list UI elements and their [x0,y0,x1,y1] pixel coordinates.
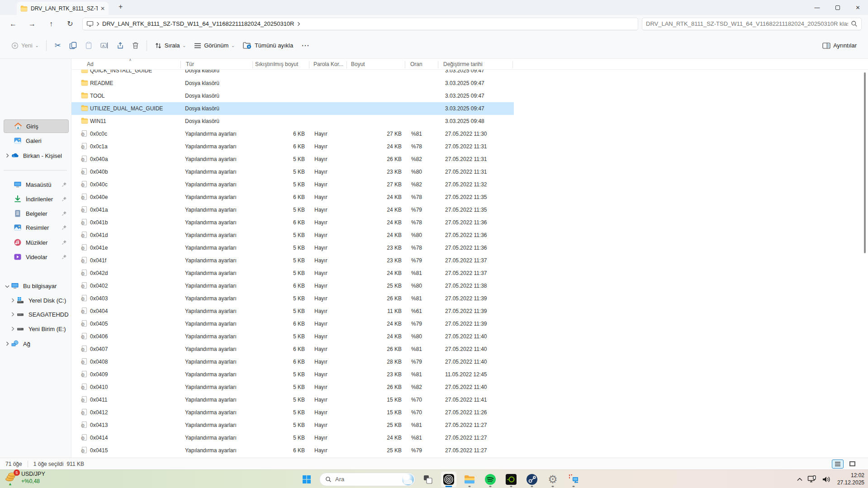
table-row[interactable]: ⚙ 0x041e Yapılandırma ayarları 5 KB Hayı… [71,242,868,254]
chevron-right-icon[interactable] [4,341,11,347]
column-resize-handle[interactable] [405,61,405,68]
column-header-password[interactable]: Parola Kor... [313,61,343,67]
table-row[interactable]: ⚙ 0x0c1a Yapılandırma ayarları 6 KB Hayı… [71,140,868,153]
search-icon[interactable] [851,20,858,27]
more-options-button[interactable]: ⋯ [297,38,313,54]
chevron-down-icon[interactable] [4,283,11,289]
details-view-toggle[interactable] [832,460,844,469]
breadcrumb-path[interactable]: DRV_LAN_RTK_8111_SZ-TSD_W11_64_V11682211… [102,20,294,27]
device-tool-button[interactable] [565,471,582,488]
refresh-button[interactable]: ↻ [62,18,78,30]
column-resize-handle[interactable] [309,61,309,68]
table-row[interactable]: ⚙ 0x0402 Yapılandırma ayarları 6 KB Hayı… [71,280,868,292]
column-header-type[interactable]: Tür [186,61,194,67]
table-row[interactable]: ⚙ 0x0409 Yapılandırma ayarları 5 KB Hayı… [71,368,868,381]
sidebar-item-local-disk-c[interactable]: Yerel Disk (C:) [9,294,69,307]
extract-all-button[interactable]: Tümünü ayıkla [239,38,297,54]
table-row[interactable]: ⚙ 0x041b Yapılandırma ayarları 6 KB Hayı… [71,216,868,229]
table-row[interactable]: ⚙ 0x0404 Yapılandırma ayarları 5 KB Hayı… [71,305,868,317]
share-button[interactable] [113,38,128,54]
forward-button[interactable]: → [24,18,40,30]
file-explorer-button[interactable] [461,471,478,488]
table-row[interactable]: ⚙ 0x0414 Yapılandırma ayarları 5 KB Hayı… [71,431,868,444]
search-box[interactable]: DRV_LAN_RTK_8111_SZ-TSD_W11_64_V11682211… [642,18,862,30]
column-header-ratio[interactable]: Oran [410,61,422,67]
breadcrumb-chevron-icon[interactable] [297,22,300,26]
nvidia-button[interactable] [503,471,519,488]
table-row[interactable]: ⚙ 0x0405 Yapılandırma ayarları 6 KB Hayı… [71,317,868,330]
column-header-compressed[interactable]: Sıkıştırılmış boyut [255,61,298,67]
table-row[interactable]: ⚙ README Dosya klasörü 3.03.2025 09:47 [71,77,868,90]
table-row[interactable]: ⚙ QUICK_INSTALL_GUIDE Dosya klasörü 3.03… [71,70,868,77]
column-resize-handle[interactable] [512,61,513,68]
sidebar-item-new-volume-e[interactable]: Yeni Birim (E:) [9,322,69,336]
table-row[interactable]: ⚙ 0x0c0c Yapılandırma ayarları 6 KB Hayı… [71,128,868,140]
chevron-right-icon[interactable] [9,311,16,318]
table-row[interactable]: ⚙ 0x0407 Yapılandırma ayarları 6 KB Hayı… [71,343,868,355]
table-row[interactable]: ⚙ 0x0411 Yapılandırma ayarları 5 KB Hayı… [71,393,868,406]
table-row[interactable]: ⚙ 0x0408 Yapılandırma ayarları 6 KB Hayı… [71,355,868,368]
column-header-name[interactable]: Ad [87,61,94,67]
weather-widget-icon[interactable] [402,474,414,485]
table-row[interactable]: ⚙ 0x0410 Yapılandırma ayarları 5 KB Hayı… [71,381,868,393]
sidebar-item-gallery[interactable]: Galeri [4,134,69,147]
tray-chevron-up-icon[interactable] [797,477,803,482]
maximize-button[interactable] [827,0,848,15]
column-header-size[interactable]: Boyut [351,61,365,67]
sidebar-item-downloads[interactable]: İndirilenler [4,192,69,206]
sidebar-item-music[interactable]: Müzikler [4,236,69,249]
close-button[interactable]: ✕ [848,0,868,15]
chevron-right-icon[interactable] [9,297,16,304]
table-row[interactable]: ⚙ 0x0412 Yapılandırma ayarları 5 KB Hayı… [71,406,868,419]
column-resize-handle[interactable] [438,61,438,68]
sort-button[interactable]: Sırala ⌄ [151,38,190,54]
vertical-scrollbar-thumb[interactable] [864,72,866,253]
chevron-right-icon[interactable] [4,152,11,159]
table-row[interactable]: ⚙ 0x041a Yapılandırma ayarları 5 KB Hayı… [71,204,868,216]
address-bar[interactable]: DRV_LAN_RTK_8111_SZ-TSD_W11_64_V11682211… [82,18,638,30]
table-row[interactable]: ⚙ 0x040b Yapılandırma ayarları 5 KB Hayı… [71,166,868,178]
new-button[interactable]: Yeni ⌄ [7,38,43,54]
column-resize-handle[interactable] [180,61,181,68]
sidebar-item-documents[interactable]: Belgeler [4,207,69,220]
sidebar-item-this-pc[interactable]: Bu bilgisayar [4,279,69,293]
sidebar-item-onedrive[interactable]: Birkan - Kişisel [4,149,69,162]
explorer-tab[interactable]: DRV_LAN_RTK_8111_SZ-TSD_W ✕ [17,2,109,15]
tab-close-icon[interactable]: ✕ [100,5,105,12]
back-button[interactable]: ← [5,18,21,30]
network-display-icon[interactable] [807,475,817,483]
sidebar-item-pictures[interactable]: Resimler [4,221,69,234]
sidebar-item-network[interactable]: Ağ [4,337,69,351]
table-row[interactable]: ⚙ 0x041d Yapılandırma ayarları 5 KB Hayı… [71,229,868,242]
table-row[interactable]: ⚙ 0x041f Yapılandırma ayarları 5 KB Hayı… [71,254,868,267]
table-row[interactable]: ⚙ 0x0406 Yapılandırma ayarları 5 KB Hayı… [71,330,868,343]
camera-app-button[interactable] [441,471,457,488]
table-row[interactable]: ⚙ 0x040a Yapılandırma ayarları 5 KB Hayı… [71,153,868,166]
steam-button[interactable] [524,471,540,488]
search-input-text[interactable]: DRV_LAN_RTK_8111_SZ-TSD_W11_64_V11682211… [646,20,848,27]
delete-button[interactable] [128,38,143,54]
column-resize-handle[interactable] [346,61,347,68]
start-button[interactable] [299,471,315,488]
spotify-button[interactable] [482,471,498,488]
taskbar-clock[interactable]: 12:02 27.12.2025 [837,472,864,486]
column-resize-handle[interactable] [252,61,253,68]
new-tab-button[interactable]: + [119,3,123,11]
chevron-right-icon[interactable] [9,326,16,332]
table-row[interactable]: ⚙ 0x040c Yapılandırma ayarları 5 KB Hayı… [71,178,868,191]
sidebar-item-desktop[interactable]: Masaüstü [4,178,69,191]
sidebar-item-seagatehdd-d[interactable]: SEAGATEHDD (D:) [9,308,71,321]
table-row[interactable]: ⚙ 0x0413 Yapılandırma ayarları 5 KB Hayı… [71,419,868,431]
minimize-button[interactable]: — [807,0,827,15]
table-row[interactable]: ⚙ 0x040e Yapılandırma ayarları 6 KB Hayı… [71,191,868,204]
table-row[interactable]: ⚙ 0x0415 Yapılandırma ayarları 6 KB Hayı… [71,444,868,457]
copy-button[interactable] [65,38,81,54]
cut-button[interactable]: ✂ [50,38,65,54]
table-row[interactable]: ⚙ WIN11 Dosya klasörü 3.03.2025 09:48 [71,115,868,128]
rename-button[interactable]: A [96,38,113,54]
details-pane-button[interactable]: Ayrıntılar [818,38,861,54]
sidebar-item-home[interactable]: Giriş [4,119,69,133]
table-row[interactable]: ⚙ TOOL Dosya klasörü 3.03.2025 09:47 [71,90,868,102]
view-button[interactable]: Görünüm ⌄ [190,38,239,54]
sidebar-item-videos[interactable]: Videolar [4,250,69,264]
